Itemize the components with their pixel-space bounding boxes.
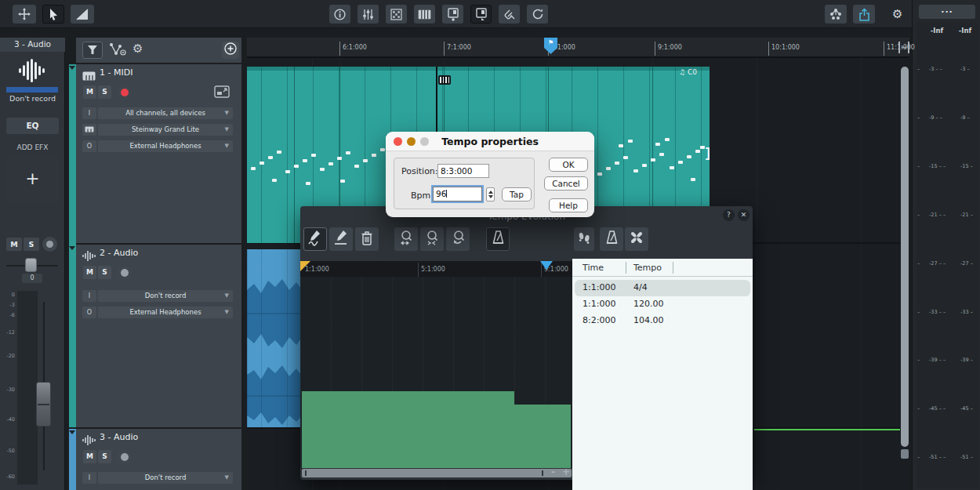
vertical-scrollbar-end-box[interactable] [901, 449, 909, 459]
info-button[interactable] [329, 5, 350, 24]
sidebar-record-button[interactable] [42, 237, 57, 252]
midi-note[interactable] [354, 165, 359, 168]
midi-note[interactable] [303, 159, 307, 162]
sidebar-track-title[interactable]: 3 - Audio [0, 38, 65, 52]
midi-note[interactable] [651, 158, 655, 162]
column-tempo[interactable]: Tempo [633, 263, 662, 273]
draw-freehand-button[interactable] [303, 227, 327, 251]
timeline-ruler[interactable]: 6:1:0007:1:0008:1:0009:1:00010:1:00011:1… [247, 38, 909, 58]
bpm-input[interactable]: 96 [433, 187, 482, 201]
midi-note[interactable] [633, 169, 638, 172]
plugin-window-button[interactable] [442, 5, 463, 24]
track1-input-select[interactable]: All channels, all devices▼ [98, 107, 233, 119]
tempo-table-row[interactable]: 8:2:000104.00 [575, 313, 750, 329]
marker-view-button[interactable] [82, 42, 103, 59]
volume-fader-handle[interactable] [36, 382, 51, 426]
midi-note[interactable] [306, 182, 310, 185]
track-header-1-midi[interactable]: 1 - MIDI M S I All channels, all devices… [76, 64, 241, 243]
track2-collapse-arrow[interactable] [69, 246, 75, 250]
sync-button[interactable] [527, 5, 548, 24]
midi-note[interactable] [272, 179, 277, 182]
midi-note[interactable] [687, 155, 691, 158]
midi-note[interactable] [623, 156, 628, 159]
ok-button[interactable]: OK [549, 158, 588, 172]
track1-output-select[interactable]: External Headphones▼ [98, 140, 233, 152]
midi-note[interactable] [655, 143, 660, 146]
tempo-zoom-in-button[interactable]: + [562, 466, 570, 477]
add-effect-button[interactable]: + [6, 154, 59, 202]
track-header-3-audio[interactable]: 3 - Audio M S I Don't record▼ [76, 429, 241, 490]
automation-nodes-button[interactable] [109, 42, 126, 58]
track3-solo-button[interactable]: S [98, 450, 111, 463]
meter-more-button[interactable]: ... [919, 5, 975, 19]
zoom-selection-button[interactable] [420, 227, 444, 251]
track3-collapse-arrow[interactable] [69, 430, 75, 434]
mixer-button[interactable] [358, 5, 379, 24]
track-header-2-audio[interactable]: 2 - Audio M S I Don't record▼ O External… [76, 245, 241, 427]
midi-note[interactable] [328, 162, 333, 165]
midi-note[interactable] [340, 180, 345, 183]
midi-note[interactable] [606, 167, 611, 170]
midi-note[interactable] [670, 166, 674, 169]
fade-tool-button[interactable] [71, 5, 94, 24]
midi-note[interactable] [277, 151, 281, 154]
sidebar-solo-button[interactable]: S [24, 238, 39, 251]
add-track-button[interactable] [222, 42, 239, 59]
zoom-back-button[interactable] [446, 227, 470, 251]
midi-note[interactable] [628, 140, 633, 143]
keyboard-button[interactable] [414, 5, 435, 24]
midi-note[interactable] [346, 151, 350, 154]
column-divider[interactable] [673, 262, 673, 274]
midi-note[interactable] [251, 167, 256, 170]
tempo-segment-120bpm[interactable] [302, 391, 514, 468]
track1-instrument-select[interactable]: Steinway Grand Lite▼ [98, 124, 233, 136]
track3-input-select[interactable]: Don't record▼ [98, 472, 233, 484]
help-button[interactable]: Help [549, 198, 588, 212]
track1-record-button[interactable] [117, 85, 132, 100]
window-help-button[interactable]: ? [723, 209, 735, 221]
move-tool-button[interactable] [13, 5, 36, 24]
midi-note[interactable] [380, 148, 385, 151]
midi-note[interactable] [619, 144, 623, 147]
midi-note[interactable] [615, 162, 619, 165]
track3-record-button[interactable] [117, 449, 132, 464]
track2-output-select[interactable]: External Headphones▼ [98, 307, 233, 318]
track-enable-bar[interactable] [6, 87, 58, 93]
track3-volume-automation-line[interactable] [754, 429, 900, 430]
track2-record-button[interactable] [117, 265, 132, 280]
tempo-position-marker[interactable] [540, 261, 553, 270]
draw-line-button[interactable] [329, 227, 353, 251]
metronome-button[interactable] [486, 227, 510, 251]
midi-note[interactable] [372, 154, 376, 157]
midi-note[interactable] [311, 154, 316, 157]
midi-note[interactable] [695, 150, 700, 153]
share-button[interactable] [853, 5, 875, 24]
midi-note[interactable] [268, 156, 273, 159]
track1-editor-window-button[interactable] [214, 85, 230, 98]
midi-note[interactable] [665, 138, 670, 141]
remove-all-button[interactable] [625, 227, 648, 251]
tempo-table-row[interactable]: 1:1:0004/4 [575, 280, 750, 296]
pan-slider-handle[interactable] [25, 258, 37, 272]
track2-mute-button[interactable]: M [83, 266, 96, 279]
dialog-titlebar[interactable]: Tempo properties [386, 132, 594, 151]
tuning-fork-button[interactable] [499, 5, 520, 24]
position-input[interactable]: 8:3:000 [437, 164, 489, 178]
midi-note[interactable] [678, 161, 683, 164]
track2-solo-button[interactable]: S [98, 266, 111, 279]
midi-note[interactable] [260, 162, 264, 165]
track1-solo-button[interactable]: S [98, 85, 111, 99]
tap-feet-button[interactable] [574, 227, 594, 251]
midi-note[interactable] [659, 153, 664, 156]
track-name[interactable]: 1 - MIDI [100, 67, 132, 78]
tempo-segment-104bpm[interactable] [514, 405, 571, 468]
track-name[interactable]: 2 - Audio [100, 248, 138, 258]
midi-note[interactable] [597, 172, 602, 176]
cancel-button[interactable]: Cancel [544, 176, 588, 191]
routing-button[interactable] [825, 5, 847, 24]
midi-note[interactable] [337, 157, 342, 160]
track-settings-button[interactable]: ⚙ [132, 41, 148, 58]
tempo-ruler[interactable]: 1:1:0005:1:0009:1:000 [300, 261, 572, 277]
window-close-button[interactable]: ✕ [738, 209, 750, 221]
delete-button[interactable] [355, 227, 379, 251]
